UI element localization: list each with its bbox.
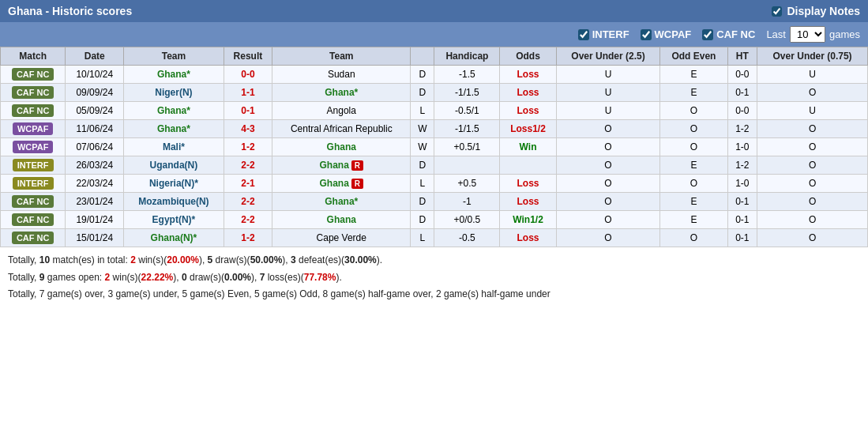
match-badge: CAF NC <box>12 104 54 117</box>
filter-cafnc[interactable]: CAF NC <box>702 28 755 40</box>
team1-name[interactable]: Ghana(N)* <box>151 232 197 243</box>
team2-name[interactable]: Ghana <box>319 178 348 189</box>
team2-name[interactable]: Cape Verde <box>317 232 366 243</box>
team1-name[interactable]: Ghana* <box>157 105 190 116</box>
cell-oe: O <box>660 229 727 247</box>
filter-interf[interactable]: INTERF <box>578 28 629 40</box>
cell-oe: E <box>660 156 727 175</box>
cell-result: 4-3 <box>224 120 272 138</box>
cell-odds: Loss <box>500 66 556 84</box>
summary-line2: Totally, 9 games open: 2 win(s)(22.22%),… <box>8 269 860 287</box>
cell-odds: Win1/2 <box>500 211 556 229</box>
match-badge: CAF NC <box>12 232 54 244</box>
cell-result: 2-2 <box>224 211 272 229</box>
cell-team2: Ghana <box>272 211 411 229</box>
cell-ou25: U <box>556 102 660 120</box>
cell-outcome: W <box>411 120 434 138</box>
team2-name[interactable]: Sudan <box>328 69 355 80</box>
cell-badge: CAF NC <box>1 66 66 84</box>
cell-date: 26/03/24 <box>66 156 124 175</box>
summary-line3: Totally, 7 game(s) over, 3 game(s) under… <box>8 286 860 303</box>
team1-name[interactable]: Ghana* <box>157 69 190 80</box>
cell-ht: 1-0 <box>727 138 757 156</box>
cell-ht: 0-1 <box>727 193 757 211</box>
col-handicap: Handicap <box>434 47 500 66</box>
team2-name[interactable]: Ghana <box>319 160 348 171</box>
team1-name[interactable]: Egypt(N)* <box>152 214 196 225</box>
cell-date: 23/01/24 <box>66 193 124 211</box>
match-badge: CAF NC <box>12 86 54 99</box>
cell-team1: Ghana* <box>124 102 224 120</box>
match-badge: INTERF <box>13 177 54 190</box>
cell-date: 15/01/24 <box>66 229 124 247</box>
match-badge: CAF NC <box>12 68 54 81</box>
cell-odds: Win <box>500 138 556 156</box>
cell-team1: Mozambique(N) <box>124 193 224 211</box>
team2-name[interactable]: Ghana <box>327 141 356 152</box>
cell-result: 0-0 <box>224 66 272 84</box>
cell-oe: E <box>660 211 727 229</box>
col-date: Date <box>66 47 124 66</box>
team2-name[interactable]: Ghana* <box>325 87 358 98</box>
team1-name[interactable]: Mozambique(N) <box>138 196 209 207</box>
cell-ht: 1-2 <box>727 120 757 138</box>
cell-ou075: O <box>757 229 868 247</box>
cell-ht: 1-2 <box>727 156 757 175</box>
team2-name[interactable]: Ghana* <box>325 196 358 207</box>
cell-badge: INTERF <box>1 156 66 175</box>
cell-outcome: D <box>411 156 434 175</box>
cell-outcome: D <box>411 84 434 102</box>
team1-name[interactable]: Ghana* <box>157 123 190 134</box>
cell-odds: Loss <box>500 193 556 211</box>
cell-badge: INTERF <box>1 175 66 193</box>
team2-name[interactable]: Central African Republic <box>291 123 393 134</box>
team2-name[interactable]: Angola <box>327 105 356 116</box>
cell-outcome: W <box>411 138 434 156</box>
filter-wcpaf[interactable]: WCPAF <box>641 28 692 40</box>
cell-odds <box>500 156 556 175</box>
match-badge: CAF NC <box>12 213 54 226</box>
cell-ou25: O <box>556 175 660 193</box>
cell-team2: Sudan <box>272 66 411 84</box>
last-games-select[interactable]: 5 10 15 20 25 30 <box>790 26 825 43</box>
cell-badge: WCPAF <box>1 120 66 138</box>
display-notes-checkbox[interactable] <box>772 6 782 17</box>
title-bar: Ghana - Historic scores Display Notes <box>0 0 868 22</box>
match-badge: INTERF <box>13 159 54 171</box>
cell-oe: E <box>660 193 727 211</box>
team1-name[interactable]: Uganda(N) <box>150 160 198 171</box>
cell-ou075: O <box>757 211 868 229</box>
cell-ou25: O <box>556 211 660 229</box>
cell-date: 19/01/24 <box>66 211 124 229</box>
cell-team1: Uganda(N) <box>124 156 224 175</box>
table-row: WCPAF 07/06/24 Mali* 1-2 Ghana W +0.5/1 … <box>1 138 868 156</box>
cell-team2: GhanaR <box>272 175 411 193</box>
cell-result: 2-2 <box>224 193 272 211</box>
team1-name[interactable]: Nigeria(N)* <box>149 178 198 189</box>
cell-result: 1-2 <box>224 229 272 247</box>
cell-oe: O <box>660 175 727 193</box>
cell-badge: CAF NC <box>1 229 66 247</box>
cell-handicap: +0.5/1 <box>434 138 500 156</box>
team1-name[interactable]: Niger(N) <box>155 87 192 98</box>
cell-handicap: -1.5 <box>434 66 500 84</box>
cell-ou075: O <box>757 193 868 211</box>
cell-ht: 0-0 <box>727 66 757 84</box>
cell-ou25: O <box>556 138 660 156</box>
cell-badge: CAF NC <box>1 211 66 229</box>
cell-oe: O <box>660 102 727 120</box>
match-badge: WCPAF <box>13 122 54 135</box>
cell-oe: O <box>660 138 727 156</box>
cell-result: 2-2 <box>224 156 272 175</box>
match-badge: WCPAF <box>13 141 54 153</box>
cell-oe: O <box>660 120 727 138</box>
team2-name[interactable]: Ghana <box>327 214 356 225</box>
cell-handicap <box>434 156 500 175</box>
table-row: CAF NC 10/10/24 Ghana* 0-0 Sudan D -1.5 … <box>1 66 868 84</box>
col-ht: HT <box>727 47 757 66</box>
display-notes-label: Display Notes <box>787 5 860 17</box>
cell-date: 09/09/24 <box>66 84 124 102</box>
cell-team1: Mali* <box>124 138 224 156</box>
table-row: WCPAF 11/06/24 Ghana* 4-3 Central Africa… <box>1 120 868 138</box>
team1-name[interactable]: Mali* <box>163 141 185 152</box>
